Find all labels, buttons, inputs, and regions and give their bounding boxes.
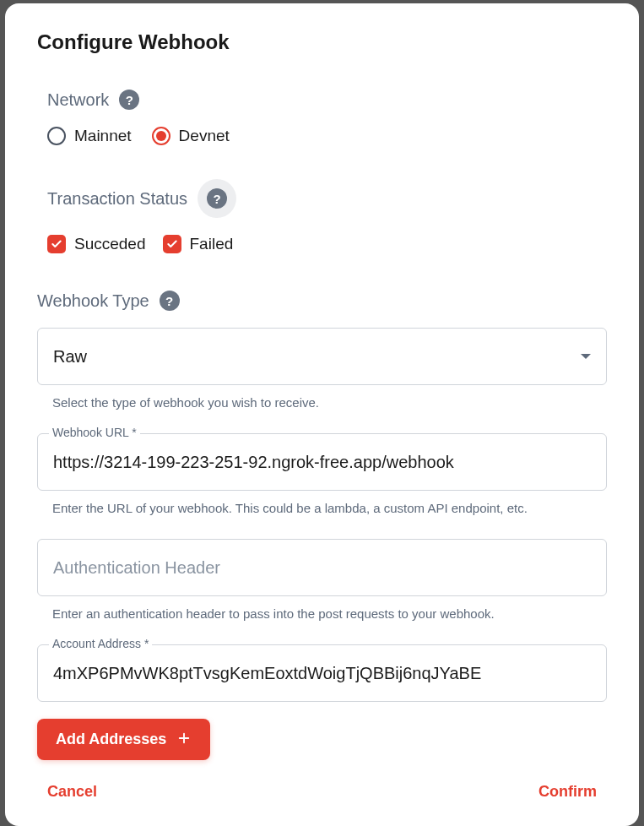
modal-footer: Cancel Confirm	[37, 774, 607, 809]
modal-title: Configure Webhook	[37, 30, 607, 54]
auth-header-field	[37, 539, 607, 596]
help-icon[interactable]: ?	[119, 90, 139, 110]
webhook-type-label-row: Webhook Type ?	[37, 291, 607, 311]
checkbox-succeeded[interactable]: Succeded	[47, 235, 146, 253]
network-radio-mainnet[interactable]: Mainnet	[47, 127, 132, 145]
add-addresses-button[interactable]: Add Addresses	[37, 719, 210, 760]
radio-icon-unselected	[47, 127, 66, 145]
transaction-status-label-row: Transaction Status ?	[37, 179, 607, 218]
webhook-type-label: Webhook Type	[37, 291, 149, 311]
help-icon-bg[interactable]: ?	[198, 179, 236, 218]
radio-label-mainnet: Mainnet	[74, 127, 132, 145]
account-address-field: Account Address *	[37, 644, 607, 702]
radio-icon-selected	[152, 127, 170, 145]
checkbox-failed[interactable]: Failed	[163, 235, 234, 253]
webhook-url-field: Webhook URL *	[37, 433, 607, 491]
chevron-down-icon	[581, 354, 591, 359]
radio-label-devnet: Devnet	[179, 127, 230, 145]
account-address-input[interactable]	[37, 644, 607, 702]
checkbox-label-succeeded: Succeded	[74, 235, 146, 253]
network-radio-group: Mainnet Devnet	[37, 127, 607, 145]
webhook-url-label: Webhook URL *	[49, 426, 140, 439]
checkbox-checked-icon	[47, 235, 66, 253]
add-addresses-label: Add Addresses	[56, 731, 166, 748]
webhook-type-select[interactable]: Raw	[37, 328, 607, 385]
checkbox-checked-icon	[163, 235, 181, 253]
cancel-button[interactable]: Cancel	[37, 774, 107, 809]
transaction-status-checkbox-group: Succeded Failed	[37, 235, 607, 253]
webhook-url-input[interactable]	[37, 433, 607, 491]
transaction-status-label: Transaction Status	[47, 189, 187, 209]
help-icon[interactable]: ?	[160, 291, 180, 311]
plus-icon	[176, 731, 192, 748]
network-label: Network	[47, 90, 109, 110]
webhook-type-value: Raw	[53, 347, 87, 367]
webhook-url-helper: Enter the URL of your webhook. This coul…	[37, 501, 607, 515]
checkbox-label-failed: Failed	[190, 235, 234, 253]
configure-webhook-modal: Configure Webhook Network ? Mainnet Devn…	[5, 3, 639, 826]
help-icon: ?	[207, 188, 227, 209]
auth-header-helper: Enter an authentication header to pass i…	[37, 606, 607, 621]
network-radio-devnet[interactable]: Devnet	[152, 127, 230, 145]
auth-header-input[interactable]	[37, 539, 607, 596]
account-address-label: Account Address *	[49, 637, 152, 650]
confirm-button[interactable]: Confirm	[528, 774, 607, 809]
webhook-type-helper: Select the type of webhook you wish to r…	[37, 395, 607, 410]
network-label-row: Network ?	[37, 90, 607, 110]
